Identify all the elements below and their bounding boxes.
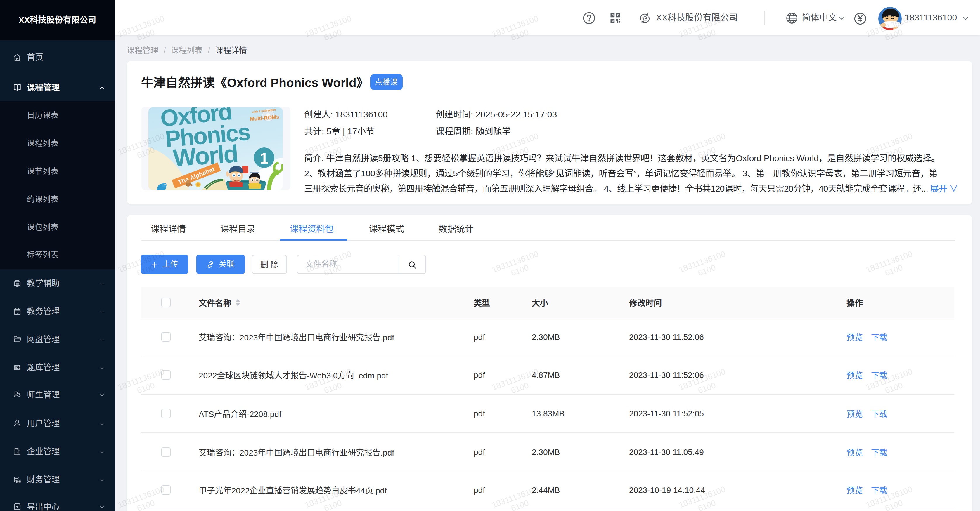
svg-text:World: World	[172, 140, 239, 172]
svg-text:1: 1	[260, 150, 269, 167]
svg-text:企: 企	[642, 15, 648, 21]
